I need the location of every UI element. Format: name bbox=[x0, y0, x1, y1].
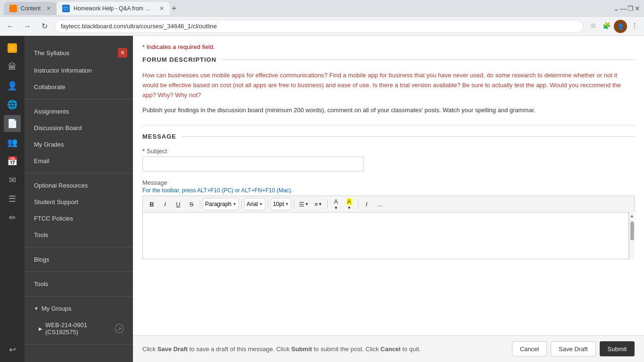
footer-text: Click Save Draft to save a draft of this… bbox=[142, 346, 421, 353]
content-area: * Indicates a required field. FORUM DESC… bbox=[133, 36, 644, 335]
forum-publish-container: Publish your findings in the discussion … bbox=[142, 106, 635, 115]
required-note: * Indicates a required field. bbox=[142, 43, 635, 50]
scroll-thumb[interactable] bbox=[630, 222, 634, 240]
star-icon[interactable]: ☆ bbox=[587, 20, 599, 31]
sidebar-item-tools[interactable]: Tools bbox=[25, 227, 133, 243]
sidebar-item-assignments[interactable]: Assignments bbox=[25, 103, 133, 120]
toolbar-sep-2 bbox=[241, 199, 242, 209]
sidebar-item-email[interactable]: Email bbox=[25, 153, 133, 169]
rail-group-btn[interactable]: 👥 bbox=[4, 134, 21, 151]
font-arrow: ▼ bbox=[259, 202, 263, 206]
sidebar-item-grades[interactable]: My Grades bbox=[25, 136, 133, 153]
italic-button[interactable]: I bbox=[159, 198, 171, 210]
rail-building-btn[interactable]: 🏛 bbox=[4, 58, 21, 75]
size-label: 10pt bbox=[273, 201, 284, 207]
rail-back-btn[interactable]: ↩ bbox=[4, 341, 21, 358]
rich-text-area-container: ▲ bbox=[142, 212, 635, 259]
close-icon[interactable]: ✕ bbox=[118, 48, 127, 58]
font-color-button[interactable]: A ▼ bbox=[330, 198, 342, 210]
sidebar-item-instructor[interactable]: Instructor Information bbox=[25, 62, 133, 79]
nav-section-2: Assignments Discussion Board My Grades E… bbox=[25, 99, 133, 173]
sidebar-item-ftcc[interactable]: FTCC Policies bbox=[25, 210, 133, 227]
rail-calendar-btn[interactable]: 📅 bbox=[4, 153, 21, 170]
sidebar-item-discussion[interactable]: Discussion Board bbox=[25, 120, 133, 136]
forward-button[interactable]: → bbox=[21, 20, 34, 33]
icon-rail: C 🏛 👤 🌐 📄 👥 📅 ✉ ☰ ✏ ↩ bbox=[0, 36, 25, 362]
scroll-up-arrow[interactable]: ▲ bbox=[628, 212, 636, 220]
footer-click-text: Click bbox=[142, 346, 157, 353]
forum-description-title: FORUM DESCRIPTION bbox=[142, 56, 216, 63]
footer-bar: Click Save Draft to save a draft of this… bbox=[133, 335, 644, 362]
app-layout: C 🏛 👤 🌐 📄 👥 📅 ✉ ☰ ✏ ↩ The Syllabus ✕ Ins… bbox=[0, 36, 644, 362]
forum-description-header: FORUM DESCRIPTION bbox=[142, 56, 635, 63]
sidebar-item-tools2-label: Tools bbox=[34, 280, 48, 288]
unordered-list-button[interactable]: ☰ ▼ bbox=[297, 198, 311, 210]
browser-chrome: Content ✕ 🛡 Homework Help - Q&A from On.… bbox=[0, 0, 644, 36]
cancel-button[interactable]: Cancel bbox=[512, 341, 547, 356]
italic-button-2[interactable]: I bbox=[361, 198, 373, 210]
address-bar: ← → ↻ ☆ 🧩 👤 ⋮ bbox=[0, 17, 644, 36]
more-button[interactable]: ... bbox=[374, 198, 386, 210]
size-select[interactable]: 10pt ▼ bbox=[271, 198, 291, 210]
sidebar-item-web214[interactable]: ▶ WEB-214-0901 (CS192575) ↗ bbox=[25, 317, 133, 340]
sidebar-item-syllabus[interactable]: The Syllabus ✕ bbox=[25, 43, 133, 62]
rich-text-area[interactable] bbox=[142, 212, 629, 259]
svg-text:C: C bbox=[10, 45, 14, 51]
sidebar-item-optional-label: Optional Resources bbox=[34, 182, 88, 189]
scroll-track bbox=[629, 220, 635, 259]
my-groups-header[interactable]: ▼ My Groups bbox=[25, 300, 133, 317]
rail-globe-btn[interactable]: 🌐 bbox=[4, 96, 21, 113]
rail-user-btn[interactable]: 👤 bbox=[4, 77, 21, 94]
rail-home-btn[interactable]: C bbox=[4, 40, 21, 57]
sidebar-item-optional[interactable]: Optional Resources bbox=[25, 177, 133, 194]
scrollbar-v: ▲ bbox=[629, 212, 635, 259]
sidebar-item-student-support[interactable]: Student Support bbox=[25, 194, 133, 210]
address-input[interactable] bbox=[55, 20, 584, 33]
chevron-right-icon: ▶ bbox=[39, 326, 42, 331]
footer-end: to quit. bbox=[402, 346, 421, 353]
new-tab-button[interactable]: + bbox=[172, 4, 177, 14]
footer-after-save: to save a draft of this message. Click bbox=[190, 346, 291, 353]
subject-input[interactable] bbox=[142, 156, 364, 172]
ordered-list-button[interactable]: ≡ ▼ bbox=[312, 198, 325, 210]
rail-list-btn[interactable]: ☰ bbox=[4, 190, 21, 207]
rail-page-btn[interactable]: 📄 bbox=[4, 115, 21, 132]
profile-icon[interactable]: 👤 bbox=[614, 20, 627, 33]
main-content: * Indicates a required field. FORUM DESC… bbox=[133, 36, 644, 362]
save-draft-button[interactable]: Save Draft bbox=[551, 341, 595, 356]
font-select[interactable]: Arial ▼ bbox=[244, 198, 265, 210]
underline-button[interactable]: U bbox=[172, 198, 184, 210]
refresh-button[interactable]: ↻ bbox=[38, 20, 51, 33]
sidebar-item-blogs[interactable]: Blogs bbox=[25, 251, 133, 268]
external-link-icon[interactable]: ↗ bbox=[115, 324, 124, 333]
nav-section-4: Blogs bbox=[25, 247, 133, 272]
toolbar-sep-1 bbox=[200, 199, 200, 209]
size-arrow: ▼ bbox=[285, 202, 289, 206]
toolbar-sep-6 bbox=[358, 199, 358, 209]
message-title: MESSAGE bbox=[142, 133, 176, 140]
sidebar-item-discussion-label: Discussion Board bbox=[34, 124, 82, 132]
chevron-down-icon: ▼ bbox=[34, 306, 39, 311]
bold-button[interactable]: B bbox=[146, 198, 158, 210]
highlight-color-button[interactable]: A ▼ bbox=[343, 198, 355, 210]
footer-after-submit: to submit the post. Click bbox=[314, 346, 380, 353]
toolbar-sep-4 bbox=[294, 199, 294, 209]
rail-edit-btn[interactable]: ✏ bbox=[4, 209, 21, 226]
tab-close-2[interactable]: ✕ bbox=[159, 5, 164, 12]
rail-mail-btn[interactable]: ✉ bbox=[4, 172, 21, 189]
sidebar-item-collaborate[interactable]: Collaborate bbox=[25, 79, 133, 95]
tab-content[interactable]: Content ✕ bbox=[4, 2, 57, 15]
menu-icon[interactable]: ⋮ bbox=[629, 20, 640, 31]
submit-button[interactable]: Submit bbox=[600, 341, 635, 356]
forum-publish-text: Publish your findings in the discussion … bbox=[142, 106, 635, 115]
tab-homework[interactable]: 🛡 Homework Help - Q&A from On... ✕ bbox=[57, 2, 170, 15]
strikethrough-button[interactable]: S bbox=[185, 198, 198, 210]
extension-icon[interactable]: 🧩 bbox=[601, 20, 612, 31]
toolbar-sep-5 bbox=[327, 199, 328, 209]
paragraph-select[interactable]: Paragraph ▼ bbox=[203, 198, 239, 210]
sidebar-item-tools2[interactable]: Tools bbox=[25, 276, 133, 292]
back-button[interactable]: ← bbox=[4, 20, 17, 33]
tab-favicon-1 bbox=[9, 5, 17, 12]
nav-section-3: Optional Resources Student Support FTCC … bbox=[25, 173, 133, 247]
tab-close-1[interactable]: ✕ bbox=[46, 5, 51, 12]
